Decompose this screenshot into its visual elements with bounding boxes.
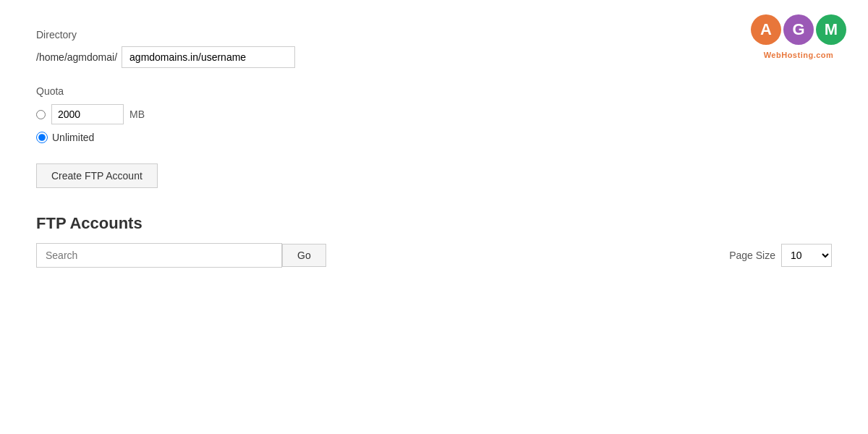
logo-brand-name: WebHosting <box>764 51 814 59</box>
quota-radio-value[interactable] <box>36 110 46 119</box>
directory-row: /home/agmdomai/ <box>36 46 832 68</box>
directory-prefix: /home/agmdomai/ <box>36 51 117 63</box>
ftp-accounts-section: FTP Accounts Go Page Size 10 25 50 100 <box>36 214 832 268</box>
create-ftp-button[interactable]: Create FTP Account <box>36 163 158 188</box>
directory-input[interactable] <box>122 46 295 68</box>
quota-radio-unlimited[interactable] <box>36 132 48 143</box>
logo-brand-suffix: .com <box>814 51 834 59</box>
quota-section: Quota MB Unlimited <box>36 85 832 143</box>
search-input[interactable] <box>36 243 282 268</box>
unlimited-row: Unlimited <box>36 132 832 143</box>
quota-row: MB <box>36 104 832 124</box>
quota-label: Quota <box>36 85 832 97</box>
directory-label: Directory <box>36 29 832 41</box>
logo-m-circle: M <box>816 14 846 45</box>
logo-a-circle: A <box>751 14 781 45</box>
logo-g-circle: G <box>783 14 814 45</box>
page-size-section: Page Size 10 25 50 100 <box>729 244 832 267</box>
ftp-accounts-title: FTP Accounts <box>36 214 832 233</box>
logo: A G M WebHosting.com <box>751 14 846 61</box>
page-size-select[interactable]: 10 25 50 100 <box>781 244 832 267</box>
quota-unit: MB <box>129 109 145 120</box>
search-bar-row: Go Page Size 10 25 50 100 <box>36 243 832 268</box>
logo-brand-text: WebHosting.com <box>764 46 834 61</box>
unlimited-label: Unlimited <box>52 132 94 143</box>
page-size-label: Page Size <box>729 250 775 261</box>
quota-input[interactable] <box>51 104 124 124</box>
go-button[interactable]: Go <box>282 244 326 267</box>
